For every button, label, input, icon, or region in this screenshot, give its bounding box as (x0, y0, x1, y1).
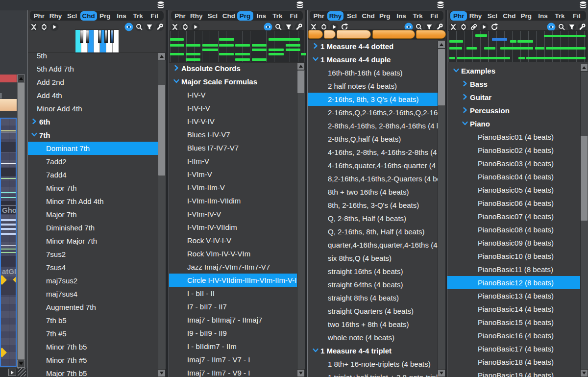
list-item[interactable]: Minor Major 7th (28, 234, 158, 248)
database-icon[interactable] (579, 0, 588, 9)
scrollbar-track[interactable] (17, 82, 25, 360)
tab-prg[interactable]: Prg (377, 11, 393, 21)
database-icon[interactable] (156, 0, 165, 9)
tab-fil[interactable]: Fil (286, 11, 302, 21)
chevron-down-icon[interactable] (312, 53, 320, 66)
list-item[interactable]: Imaj7 - IIm7 - V7 - I (169, 353, 297, 366)
tab-trk[interactable]: Trk (551, 11, 568, 21)
list-item[interactable]: PianoBasic19 (4 beats) (447, 369, 580, 377)
list-item[interactable]: 7th b5 (28, 314, 158, 327)
list-item[interactable]: I-IV-V (169, 88, 297, 101)
list-item[interactable]: I7 - bII7 - II7 (169, 300, 297, 313)
chevron-down-icon[interactable] (453, 64, 461, 77)
scrollbar-thumb[interactable] (438, 49, 445, 105)
chevron-right-icon[interactable] (312, 40, 320, 53)
list-item[interactable]: PianoBasic16 (4 beats) (447, 329, 580, 342)
list-item[interactable]: 2-16ths, 8th, 3 Q's (4 beats) (308, 93, 438, 106)
list-item[interactable]: PianoBasic10 (8 beats) (447, 250, 580, 263)
list-item[interactable]: I-VIm-IIm-V (169, 181, 297, 194)
list-item[interactable]: I-VIm-IV-VIIdim (169, 221, 297, 234)
list-item[interactable]: Blues I-IV-V7 (169, 128, 297, 141)
scroll-down-button[interactable] (438, 369, 445, 377)
scroll-up-button[interactable] (297, 62, 305, 70)
list-item[interactable]: PianoBasic01 (4 beats) (447, 130, 580, 144)
background-scrollbar[interactable] (17, 75, 25, 368)
tab-rhy[interactable]: Rhy (48, 11, 64, 21)
scrollbar-track[interactable] (297, 62, 305, 377)
tab-scl[interactable]: Scl (484, 11, 501, 21)
tree-group[interactable]: Bass (447, 77, 580, 91)
list-item[interactable]: I-VIm-IV-V (169, 207, 297, 221)
list-item[interactable]: straight 16ths (4 beats) (308, 265, 438, 278)
list-item[interactable]: Circle I-IV-VIIdim-IIIm-VIm-IIm-V-I (169, 274, 297, 287)
list-item[interactable]: 4-16ths, 2-8ths, 4-16ths-2-8ths (4 beats… (308, 146, 438, 159)
list-item[interactable]: Imaj7 - IIm7 - V9 - I (169, 366, 297, 377)
list-item[interactable]: PianoBasic14 (4 beats) (447, 302, 580, 316)
tab-ins[interactable]: Ins (535, 11, 551, 21)
scroll-up-button[interactable] (438, 41, 445, 49)
tab-ins[interactable]: Ins (253, 11, 270, 21)
resize-grip[interactable] (18, 368, 26, 377)
chevron-down-icon[interactable] (31, 128, 39, 142)
list-item[interactable]: Dominant 7th (28, 142, 158, 155)
list-item[interactable]: PianoBasic11 (8 beats) (447, 263, 580, 276)
chevron-right-icon[interactable] (462, 91, 470, 104)
tab-phr[interactable]: Phr (450, 11, 467, 21)
list-item[interactable]: Imaj7 - bIImaj7 - IImaj7 (169, 313, 297, 327)
list-item[interactable]: straight Quarters (4 beats) (308, 304, 438, 318)
chevron-right-icon[interactable] (462, 77, 470, 91)
scrollbar-thumb[interactable] (158, 85, 165, 176)
list-item[interactable]: PianoBasic05 (4 beats) (447, 183, 580, 197)
list-item[interactable]: 1 8th+ 16-note-triplets (4 beats) (308, 357, 438, 371)
list-item[interactable]: PianoBasic08 (4 beats) (447, 223, 580, 236)
tab-fil[interactable]: Fil (146, 11, 163, 21)
chevron-right-icon[interactable] (31, 115, 39, 128)
list-item[interactable]: two 16ths + 8th (4 beats) (308, 318, 438, 331)
tab-chd[interactable]: Chd (220, 11, 237, 21)
list-scrollbar[interactable] (297, 62, 305, 377)
list-item[interactable]: 2-8ths,4-16ths, 2-8ths,4-16ths (4 beats) (308, 119, 438, 132)
scroll-down-button[interactable] (17, 360, 25, 368)
list-item[interactable]: Minor Add 4th (28, 102, 158, 115)
tree-group[interactable]: 1 Measure 4-4 duple (308, 53, 438, 66)
scroll-down-button[interactable] (297, 369, 305, 377)
tab-fil[interactable]: Fil (426, 11, 442, 21)
tab-ins[interactable]: Ins (113, 11, 130, 21)
chevron-down-icon[interactable] (312, 344, 320, 357)
tab-rhy[interactable]: Rhy (327, 11, 344, 21)
list-scrollbar[interactable] (158, 52, 166, 377)
list-item[interactable]: I - bII - II (169, 287, 297, 300)
scroll-right-button[interactable] (8, 369, 16, 376)
tab-prg[interactable]: Prg (97, 11, 114, 21)
list-item[interactable]: Q, 2-16ths, 8th, Half (4 beats) (308, 225, 438, 238)
list-item[interactable]: I-IIm-V (169, 154, 297, 168)
list-item[interactable]: PianoBasic17 (4 beats) (447, 342, 580, 355)
list-item[interactable]: 1 triplet+half triplet + 2 8-note-triple… (308, 371, 438, 377)
tab-phr[interactable]: Phr (172, 11, 188, 21)
list-item[interactable]: quarter,4-16ths,quarter,4-16ths (4 beats… (308, 238, 438, 251)
list-item[interactable]: 7th #5 (28, 327, 158, 340)
scrollbar-thumb[interactable] (581, 136, 588, 221)
list-item[interactable]: Minor 7th Add 4th (28, 195, 158, 208)
list-item[interactable]: PianoBasic07 (4 beats) (447, 210, 580, 223)
tree-group[interactable]: Examples (447, 64, 580, 77)
scroll-up-button[interactable] (580, 64, 588, 72)
list-item[interactable]: 2 half notes (4 beats) (308, 79, 438, 93)
list-item[interactable]: PianoBasic04 (4 beats) (447, 170, 580, 183)
scroll-down-button[interactable] (580, 369, 588, 377)
chevron-down-icon[interactable] (173, 75, 181, 88)
tab-prg[interactable]: Prg (237, 11, 253, 21)
list-item[interactable]: Major 7th b5 (28, 367, 158, 377)
list-item[interactable]: PianoBasic02 (4 beats) (447, 144, 580, 157)
list-item[interactable]: 8th + two 16ths (4 beats) (308, 185, 438, 199)
list-item[interactable]: Major 7th (28, 208, 158, 221)
list-item[interactable]: 5th Add 7th (28, 62, 158, 75)
list-item[interactable]: I-VIm-V (169, 168, 297, 181)
list-item[interactable]: Q, 2-8ths, Half (4 beats) (308, 212, 438, 225)
list-item[interactable]: 8th, 2-16ths, 3-Q's (4 beats) (308, 199, 438, 212)
scrollbar-thumb[interactable] (297, 71, 304, 93)
list-item[interactable]: 7sus4 (28, 261, 158, 274)
list-item[interactable]: Augmented 7th (28, 301, 158, 314)
tab-trk[interactable]: Trk (410, 11, 426, 21)
list-item[interactable]: PianoBasic13 (4 beats) (447, 289, 580, 302)
